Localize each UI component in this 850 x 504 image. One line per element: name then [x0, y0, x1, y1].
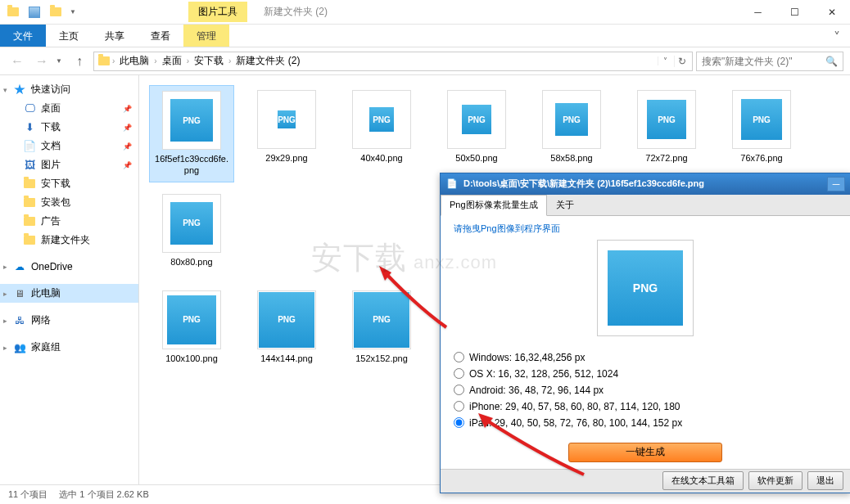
exit-button[interactable]: 退出 [807, 471, 843, 490]
radio-row-android[interactable]: Android: 36, 48, 72, 96, 144 px [454, 382, 837, 398]
radio-label[interactable]: iPhone: 29, 40, 57, 58, 60, 80, 87, 114,… [469, 401, 680, 412]
close-button[interactable]: ✕ [813, 0, 850, 25]
tool-titlebar[interactable]: 📄 D:\tools\桌面\安下载\新建文件夹 (2)\16f5ef1c39cc… [441, 173, 850, 195]
chevron-down-icon[interactable]: ▾ [3, 86, 7, 94]
file-label: 58x58.png [550, 152, 592, 164]
breadcrumb[interactable]: › 此电脑 › 桌面 › 安下载 › 新建文件夹 (2) ˅ ↻ [93, 52, 693, 71]
folder-icon [23, 178, 36, 191]
radio-label[interactable]: OS X: 16, 32, 128, 256, 512, 1024 [469, 368, 618, 380]
minimize-button[interactable]: ─ [739, 0, 776, 25]
ribbon-tab-view[interactable]: 查看 [138, 25, 183, 47]
radio-android[interactable] [454, 385, 464, 395]
chevron-right-icon[interactable]: ▸ [3, 344, 7, 352]
radio-ipad[interactable] [454, 417, 464, 428]
radio-iphone[interactable] [454, 401, 464, 412]
search-box[interactable]: 🔍 [696, 52, 843, 71]
update-button[interactable]: 软件更新 [748, 471, 803, 490]
toolbox-button[interactable]: 在线文本工具箱 [662, 471, 744, 490]
chevron-right-icon[interactable]: › [112, 56, 115, 65]
sidebar-item[interactable]: ⬇下载 [0, 118, 138, 137]
search-input[interactable] [702, 56, 822, 67]
ribbon-collapse-icon[interactable]: ˅ [824, 25, 850, 47]
breadcrumb-segment[interactable]: 新建文件夹 (2) [233, 54, 303, 68]
history-dropdown-icon[interactable]: ▼ [56, 57, 66, 65]
file-item[interactable]: PNG144x144.png [244, 286, 329, 369]
folder-icon [23, 215, 36, 228]
back-button[interactable]: ← [7, 51, 28, 72]
breadcrumb-segment[interactable]: 此电脑 [116, 54, 152, 68]
file-item[interactable]: PNG40x40.png [339, 85, 424, 182]
radio-label[interactable]: Android: 36, 48, 72, 96, 144 px [469, 385, 604, 396]
sidebar-quick-access[interactable]: ▾ 快速访问 [0, 80, 138, 99]
qat-expand-icon[interactable]: ▼ [67, 8, 79, 16]
png-icon: PNG [555, 103, 588, 136]
generate-button[interactable]: 一键生成 [568, 443, 722, 462]
file-thumbnail: PNG [352, 290, 411, 349]
file-item[interactable]: PNG72x72.png [624, 85, 709, 182]
up-button[interactable]: ↑ [69, 51, 90, 72]
ribbon-tab-home[interactable]: 主页 [46, 25, 92, 47]
radio-row-iphone[interactable]: iPhone: 29, 40, 57, 58, 60, 80, 87, 114,… [454, 398, 837, 415]
chevron-right-icon[interactable]: ▸ [3, 317, 7, 325]
radio-osx[interactable] [454, 368, 464, 379]
chevron-right-icon[interactable]: ▸ [3, 263, 7, 271]
folder-icon[interactable] [3, 2, 23, 22]
forward-button[interactable]: → [31, 51, 52, 72]
sidebar-item-label: 快速访问 [31, 83, 70, 97]
radio-label[interactable]: iPad: 29, 40, 50, 58, 72, 76, 80, 100, 1… [469, 417, 682, 429]
file-item[interactable]: PNG76x76.png [719, 85, 804, 182]
file-label: 29x29.png [265, 152, 307, 164]
tool-minimize-button[interactable]: ─ [827, 177, 845, 191]
sidebar-onedrive[interactable]: ▸ ☁ OneDrive [0, 258, 138, 276]
properties-icon[interactable] [25, 2, 44, 22]
sidebar-homegroup[interactable]: ▸ 👥 家庭组 [0, 338, 138, 357]
maximize-button[interactable]: ☐ [776, 0, 813, 25]
file-item[interactable]: PNG50x50.png [434, 85, 519, 182]
sidebar-this-pc[interactable]: ▸ 🖥 此电脑 [0, 284, 138, 303]
radio-row-ipad[interactable]: iPad: 29, 40, 50, 58, 72, 76, 80, 100, 1… [454, 415, 837, 431]
file-thumbnail: PNG [447, 90, 506, 149]
radio-row-osx[interactable]: OS X: 16, 32, 128, 256, 512, 1024 [454, 366, 837, 382]
sidebar-item[interactable]: 📄文档 [0, 137, 138, 155]
file-label: 100x100.png [165, 353, 218, 364]
breadcrumb-dropdown-icon[interactable]: ˅ [658, 56, 672, 65]
radio-row-windows[interactable]: Windows: 16,32,48,256 px [454, 349, 837, 366]
file-item[interactable]: PNG16f5ef1c39ccd6fe.png [149, 85, 234, 182]
png-preview-icon: PNG [608, 250, 683, 326]
tab-png-generate[interactable]: Png图标像素批量生成 [441, 195, 547, 216]
file-item[interactable]: PNG100x100.png [149, 286, 234, 369]
radio-label[interactable]: Windows: 16,32,48,256 px [469, 352, 585, 363]
tab-about[interactable]: 关于 [547, 195, 583, 215]
file-thumbnail: PNG [162, 91, 221, 150]
sidebar-item[interactable]: 🖼图片 [0, 155, 138, 174]
chevron-right-icon[interactable]: › [228, 56, 231, 65]
ribbon-tab-file[interactable]: 文件 [0, 25, 46, 47]
chevron-right-icon[interactable]: › [154, 56, 156, 65]
ribbon-tab-manage[interactable]: 管理 [183, 25, 229, 47]
sidebar-item[interactable]: 🖵桌面 [0, 99, 138, 118]
file-item[interactable]: PNG29x29.png [244, 85, 329, 182]
search-icon[interactable]: 🔍 [825, 56, 838, 67]
chevron-right-icon[interactable]: ▸ [3, 290, 7, 298]
file-label: 40x40.png [360, 152, 402, 164]
new-folder-icon[interactable] [46, 2, 66, 22]
file-item[interactable]: PNG152x152.png [339, 286, 424, 369]
sidebar-network[interactable]: ▸ 🖧 网络 [0, 311, 138, 330]
file-item[interactable]: PNG58x58.png [529, 85, 614, 182]
ribbon-tab-share[interactable]: 共享 [92, 25, 138, 47]
sidebar-item[interactable]: 新建文件夹 [0, 231, 138, 250]
sidebar-item[interactable]: 广告 [0, 212, 138, 231]
sidebar-item[interactable]: 安装包 [0, 193, 138, 212]
radio-windows[interactable] [454, 352, 464, 362]
refresh-icon[interactable]: ↻ [674, 56, 689, 67]
breadcrumb-segment[interactable]: 安下载 [191, 54, 227, 68]
file-item[interactable]: PNG80x80.png [149, 189, 234, 272]
chevron-right-icon[interactable]: › [187, 56, 189, 65]
file-thumbnail: PNG [732, 90, 791, 149]
sidebar-item[interactable]: 安下载 [0, 174, 138, 193]
breadcrumb-segment[interactable]: 桌面 [159, 54, 185, 68]
png-icon: PNG [354, 292, 409, 348]
sidebar-item-label: 广告 [41, 214, 61, 228]
context-tab-picture-tools[interactable]: 图片工具 [188, 2, 247, 22]
file-thumbnail: PNG [542, 90, 601, 149]
